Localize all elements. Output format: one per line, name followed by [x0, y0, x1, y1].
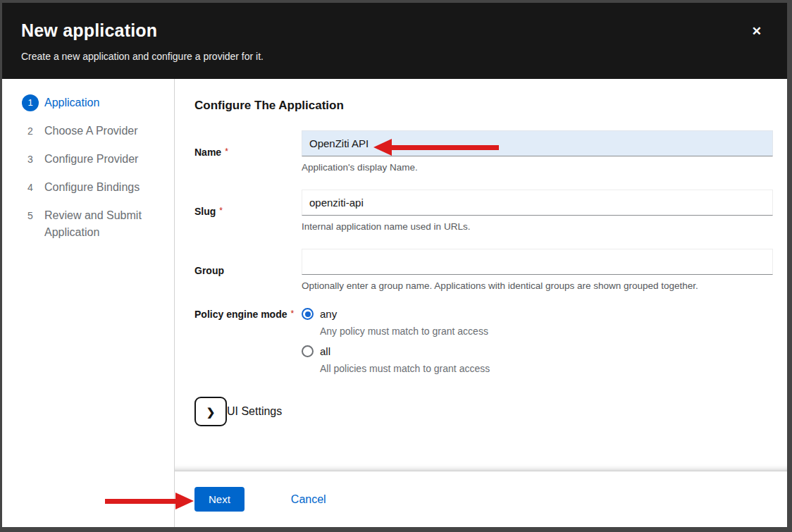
- wizard-page-content: Configure The Application Name* Applicat…: [175, 79, 787, 471]
- step-number-badge: 1: [22, 94, 39, 111]
- policy-mode-option-any[interactable]: any: [302, 308, 773, 320]
- slug-label: Slug*: [194, 205, 302, 217]
- radio-selected-icon[interactable]: [302, 308, 314, 320]
- dialog-header: New application Create a new application…: [2, 3, 787, 79]
- step-label: Application: [44, 94, 99, 111]
- slug-helper-text: Internal application name used in URLs.: [302, 221, 773, 232]
- wizard-step-configure-provider[interactable]: 3 Configure Provider: [22, 151, 160, 168]
- policy-all-description: All policies must match to grant access: [320, 363, 773, 374]
- name-field-row: Name* Application's display Name.: [194, 130, 773, 173]
- page-title: Configure The Application: [194, 99, 773, 113]
- radio-label: all: [320, 345, 330, 357]
- radio-label: any: [320, 308, 337, 320]
- name-label: Name*: [194, 146, 302, 158]
- policy-any-description: Any policy must match to grant access: [320, 326, 773, 337]
- step-label: Review and Submit Application: [44, 207, 150, 241]
- chevron-right-icon[interactable]: ❯: [194, 397, 227, 426]
- cancel-link[interactable]: Cancel: [291, 493, 326, 506]
- next-button[interactable]: Next: [194, 487, 245, 512]
- close-icon[interactable]: ✕: [752, 25, 762, 37]
- group-helper-text: Optionally enter a group name. Applicati…: [302, 280, 773, 291]
- required-asterisk: *: [225, 147, 228, 156]
- step-label: Configure Bindings: [44, 179, 140, 196]
- step-number: 2: [22, 123, 39, 140]
- group-input[interactable]: [302, 249, 773, 275]
- policy-engine-mode-label: Policy engine mode*: [194, 308, 302, 320]
- step-label: Configure Provider: [44, 151, 138, 168]
- step-label: Choose A Provider: [44, 123, 138, 140]
- dialog-footer: Next Cancel: [175, 471, 787, 527]
- wizard-step-review-submit[interactable]: 5 Review and Submit Application: [22, 207, 160, 241]
- name-helper-text: Application's display Name.: [302, 162, 773, 173]
- required-asterisk: *: [219, 206, 223, 216]
- policy-engine-mode-row: Policy engine mode* any Any policy must …: [194, 308, 773, 374]
- slug-input[interactable]: [302, 190, 773, 216]
- ui-settings-label: UI Settings: [227, 405, 282, 418]
- required-asterisk: *: [290, 309, 294, 318]
- dialog-subtitle: Create a new application and configure a…: [21, 51, 767, 62]
- ui-settings-section: ❯ UI Settings: [194, 397, 773, 426]
- new-application-dialog: New application Create a new application…: [2, 3, 787, 527]
- dialog-title: New application: [21, 20, 767, 41]
- step-number: 5: [22, 207, 39, 224]
- group-label: Group: [194, 264, 302, 276]
- radio-unselected-icon[interactable]: [302, 345, 314, 357]
- wizard-step-configure-bindings[interactable]: 4 Configure Bindings: [22, 179, 160, 196]
- name-input[interactable]: [302, 130, 773, 156]
- wizard-steps-nav: 1 Application 2 Choose A Provider 3 Conf…: [2, 79, 175, 527]
- wizard-step-application[interactable]: 1 Application: [22, 94, 160, 111]
- step-number: 3: [22, 151, 39, 168]
- policy-mode-option-all[interactable]: all: [302, 345, 773, 357]
- slug-field-row: Slug* Internal application name used in …: [194, 190, 773, 232]
- group-field-row: Group Optionally enter a group name. App…: [194, 249, 773, 291]
- wizard-step-choose-provider[interactable]: 2 Choose A Provider: [22, 123, 160, 140]
- step-number: 4: [22, 179, 39, 196]
